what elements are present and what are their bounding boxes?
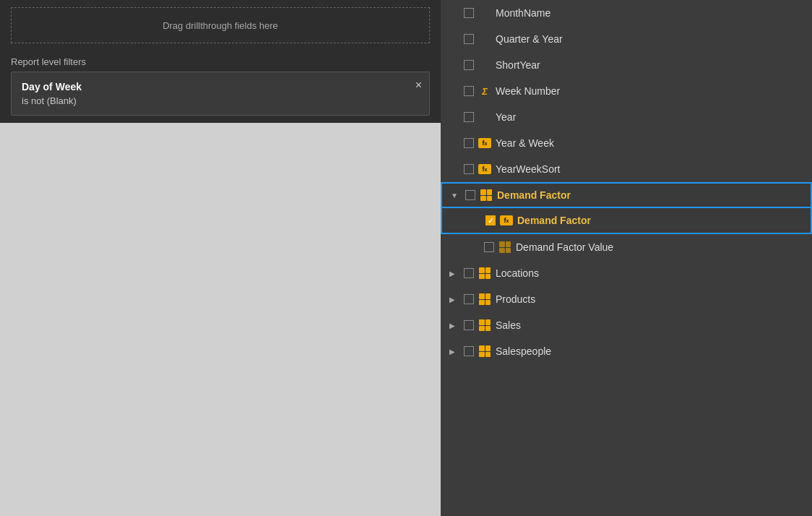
- checkbox-yearweeksort[interactable]: [464, 164, 474, 174]
- field-label-demand-factor-group: Demand Factor: [497, 189, 571, 201]
- expand-arrow-demand-factor-group[interactable]: ▼: [451, 192, 461, 199]
- filter-card-value: is not (Blank): [22, 95, 419, 106]
- field-label-products: Products: [496, 293, 535, 305]
- icon-week-number: Σ: [478, 85, 491, 98]
- right-panel: MonthNameQuarter & YearShortYearΣWeek Nu…: [441, 0, 812, 516]
- field-label-sales: Sales: [496, 319, 521, 331]
- checkbox-year-week[interactable]: [464, 138, 474, 148]
- field-label-quarter-year: Quarter & Year: [496, 33, 563, 45]
- left-panel: Drag drillthrough fields here Report lev…: [0, 0, 441, 516]
- filter-card-close-button[interactable]: ×: [415, 79, 422, 91]
- checkbox-products[interactable]: [464, 294, 474, 304]
- checkbox-shortyear[interactable]: [464, 60, 474, 70]
- field-row-salespeople[interactable]: ▶ Salespeople: [441, 338, 812, 364]
- field-row-week-number[interactable]: ΣWeek Number: [441, 78, 812, 104]
- field-row-yearweeksort[interactable]: fxYearWeekSort: [441, 156, 812, 182]
- icon-monthname: [478, 7, 491, 20]
- checkbox-monthname[interactable]: [464, 8, 474, 18]
- table-small-icon: [499, 241, 511, 253]
- filter-card: Day of Week is not (Blank) ×: [11, 72, 430, 116]
- filter-card-title: Day of Week: [22, 81, 419, 93]
- checkbox-sales[interactable]: [464, 320, 474, 330]
- table-icon: [479, 267, 491, 279]
- checkbox-week-number[interactable]: [464, 86, 474, 96]
- sigma-icon: Σ: [482, 86, 488, 97]
- field-row-products[interactable]: ▶ Products: [441, 286, 812, 312]
- icon-salespeople: [478, 345, 491, 358]
- field-label-salespeople: Salespeople: [496, 345, 551, 357]
- field-row-quarter-year[interactable]: Quarter & Year: [441, 26, 812, 52]
- drillthrough-label: Drag drillthrough fields here: [163, 20, 278, 31]
- checkbox-demand-factor-value[interactable]: [484, 242, 494, 252]
- field-row-sales[interactable]: ▶ Sales: [441, 312, 812, 338]
- left-bottom-area: [0, 123, 441, 516]
- icon-quarter-year: [478, 33, 491, 46]
- fx-icon: fx: [478, 138, 491, 148]
- fx-icon: fx: [478, 164, 491, 174]
- checkbox-quarter-year[interactable]: [464, 34, 474, 44]
- expand-arrow-products[interactable]: ▶: [449, 296, 459, 304]
- report-filters-label: Report level filters: [0, 51, 441, 72]
- icon-sales: [478, 319, 491, 332]
- fx-icon: fx: [500, 215, 513, 225]
- field-row-demand-factor-group[interactable]: ▼ Demand Factor: [441, 182, 812, 208]
- field-row-demand-factor-child[interactable]: fxDemand Factor: [441, 208, 812, 234]
- icon-year-week: fx: [478, 137, 491, 150]
- field-label-year: Year: [496, 111, 516, 123]
- field-row-locations[interactable]: ▶ Locations: [441, 260, 812, 286]
- table-icon: [479, 319, 491, 331]
- checkbox-demand-factor-child[interactable]: [485, 215, 496, 225]
- checkbox-salespeople[interactable]: [464, 346, 474, 356]
- field-label-year-week: Year & Week: [496, 137, 554, 149]
- field-label-shortyear: ShortYear: [496, 59, 540, 71]
- field-label-monthname: MonthName: [496, 7, 550, 19]
- checkbox-demand-factor-group[interactable]: [465, 190, 475, 200]
- icon-locations: [478, 267, 491, 280]
- icon-year: [478, 111, 491, 124]
- icon-demand-factor-value: [498, 241, 511, 254]
- field-row-year-week[interactable]: fxYear & Week: [441, 130, 812, 156]
- checkbox-locations[interactable]: [464, 268, 474, 278]
- drillthrough-zone[interactable]: Drag drillthrough fields here: [11, 7, 430, 43]
- field-row-year[interactable]: Year: [441, 104, 812, 130]
- field-label-week-number: Week Number: [496, 85, 560, 97]
- field-row-shortyear[interactable]: ShortYear: [441, 52, 812, 78]
- expand-arrow-locations[interactable]: ▶: [449, 270, 459, 278]
- table-icon: [479, 345, 491, 357]
- expand-arrow-sales[interactable]: ▶: [449, 322, 459, 330]
- table-icon: [480, 189, 492, 201]
- icon-demand-factor-child: fx: [500, 214, 513, 227]
- field-label-demand-factor-value: Demand Factor Value: [516, 241, 613, 253]
- icon-demand-factor-group: [480, 189, 493, 202]
- field-label-demand-factor-child: Demand Factor: [517, 215, 591, 226]
- field-row-demand-factor-value[interactable]: Demand Factor Value: [441, 234, 812, 260]
- checkbox-year[interactable]: [464, 112, 474, 122]
- icon-products: [478, 293, 491, 306]
- table-icon: [479, 293, 491, 305]
- expand-arrow-salespeople[interactable]: ▶: [449, 348, 459, 356]
- field-row-monthname[interactable]: MonthName: [441, 0, 812, 26]
- icon-yearweeksort: fx: [478, 163, 491, 176]
- field-label-yearweeksort: YearWeekSort: [496, 163, 561, 175]
- field-label-locations: Locations: [496, 267, 539, 279]
- icon-shortyear: [478, 59, 491, 72]
